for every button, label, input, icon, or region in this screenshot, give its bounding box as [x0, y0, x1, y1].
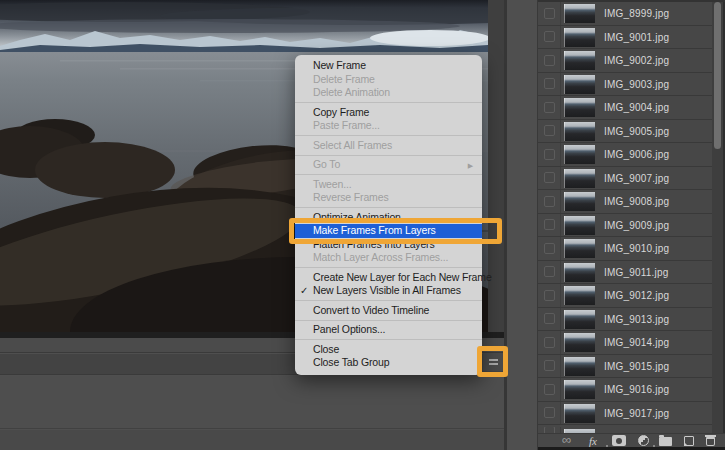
layer-visibility-cell[interactable] — [538, 2, 561, 25]
layer-row[interactable]: IMG_9006.jpg — [538, 143, 725, 167]
layer-row[interactable]: IMG_9007.jpg — [538, 167, 725, 191]
layer-row[interactable]: IMG_9016.jpg — [538, 378, 725, 402]
layer-thumbnail[interactable] — [564, 4, 595, 23]
menu-item-paste-frame[interactable]: Paste Frame... — [295, 119, 482, 133]
visibility-checkbox-icon[interactable] — [544, 31, 555, 42]
menu-item-make-frames-from-layers[interactable]: Make Frames From Layers — [295, 224, 482, 238]
menu-item-flatten-frames-into-layers[interactable]: Flatten Frames Into Layers — [295, 238, 482, 252]
visibility-checkbox-icon[interactable] — [544, 290, 555, 301]
visibility-checkbox-icon[interactable] — [544, 149, 555, 160]
menu-item-reverse-frames[interactable]: Reverse Frames — [295, 191, 482, 205]
menu-item-tween[interactable]: Tween... — [295, 178, 482, 192]
layer-thumbnail[interactable] — [564, 310, 595, 329]
layer-thumbnail[interactable] — [564, 51, 595, 70]
layer-row[interactable]: IMG_9017.jpg — [538, 402, 725, 426]
menu-item-new-frame[interactable]: New Frame — [295, 59, 482, 73]
layer-thumbnail[interactable] — [564, 286, 595, 305]
menu-item-copy-frame[interactable]: Copy Frame — [295, 106, 482, 120]
layer-visibility-cell[interactable] — [538, 214, 561, 237]
layer-thumbnail[interactable] — [564, 192, 595, 211]
layer-visibility-cell[interactable] — [538, 49, 561, 72]
layer-thumbnail[interactable] — [564, 333, 595, 352]
layer-thumbnail[interactable] — [564, 169, 595, 188]
layer-row[interactable]: IMG_9005.jpg — [538, 120, 725, 144]
visibility-checkbox-icon[interactable] — [544, 243, 555, 254]
layer-visibility-cell[interactable] — [538, 284, 561, 307]
layer-visibility-cell[interactable] — [538, 378, 561, 401]
visibility-checkbox-icon[interactable] — [544, 172, 555, 183]
layer-thumbnail[interactable] — [564, 380, 595, 399]
layer-row[interactable]: IMG_9015.jpg — [538, 355, 725, 379]
adjustment-icon[interactable] — [638, 435, 649, 446]
layer-visibility-cell[interactable] — [538, 402, 561, 425]
layer-thumbnail[interactable] — [564, 263, 595, 282]
menu-item-panel-options[interactable]: Panel Options... — [295, 323, 482, 337]
layer-visibility-cell[interactable] — [538, 237, 561, 260]
visibility-checkbox-icon[interactable] — [544, 55, 555, 66]
visibility-checkbox-icon[interactable] — [544, 266, 555, 277]
layer-row[interactable]: IMG_9011.jpg — [538, 261, 725, 285]
layer-thumbnail[interactable] — [564, 98, 595, 117]
menu-item-create-new-layer-for-each-new-frame[interactable]: Create New Layer for Each New Frame — [295, 271, 482, 285]
layer-row[interactable]: IMG_9009.jpg — [538, 214, 725, 238]
layer-thumbnail[interactable] — [564, 145, 595, 164]
layer-thumbnail[interactable] — [564, 239, 595, 258]
visibility-checkbox-icon[interactable] — [544, 360, 555, 371]
menu-item-new-layers-visible-in-all-frames[interactable]: ✓ New Layers Visible in All Frames — [295, 284, 482, 298]
layer-visibility-cell[interactable] — [538, 26, 561, 49]
layer-visibility-cell[interactable] — [538, 308, 561, 331]
menu-item-convert-to-video-timeline[interactable]: Convert to Video Timeline — [295, 304, 482, 318]
layer-visibility-cell[interactable] — [538, 190, 561, 213]
layer-visibility-cell[interactable] — [538, 261, 561, 284]
visibility-checkbox-icon[interactable] — [544, 102, 555, 113]
layer-row[interactable]: IMG_9013.jpg — [538, 308, 725, 332]
layer-row[interactable]: IMG_9003.jpg — [538, 73, 725, 97]
menu-item-close[interactable]: Close — [295, 343, 482, 357]
layer-thumbnail[interactable] — [564, 28, 595, 47]
menu-item-delete-animation[interactable]: Delete Animation — [295, 86, 482, 100]
visibility-checkbox-icon[interactable] — [544, 8, 555, 19]
link-icon[interactable] — [562, 435, 577, 447]
group-icon[interactable] — [659, 437, 672, 446]
layer-thumbnail[interactable] — [564, 122, 595, 141]
visibility-checkbox-icon[interactable] — [544, 196, 555, 207]
layer-row[interactable]: IMG_9004.jpg — [538, 96, 725, 120]
layer-mask-icon[interactable] — [612, 435, 626, 446]
menu-item-close-tab-group[interactable]: Close Tab Group — [295, 356, 482, 370]
layer-thumbnail[interactable] — [564, 75, 595, 94]
layer-row[interactable]: IMG_9012.jpg — [538, 284, 725, 308]
menu-item-go-to[interactable]: Go To ▶ — [295, 158, 482, 172]
layer-visibility-cell[interactable] — [538, 331, 561, 354]
layer-thumbnail[interactable] — [564, 357, 595, 376]
visibility-checkbox-icon[interactable] — [544, 313, 555, 324]
layer-row[interactable]: IMG_9008.jpg — [538, 190, 725, 214]
menu-item-select-all-frames[interactable]: Select All Frames — [295, 139, 482, 153]
layer-visibility-cell[interactable] — [538, 120, 561, 143]
layer-visibility-cell[interactable] — [538, 355, 561, 378]
layer-row[interactable]: IMG_9014.jpg — [538, 331, 725, 355]
menu-item-optimize-animation[interactable]: Optimize Animation... — [295, 211, 482, 225]
layer-row[interactable]: IMG_9001.jpg — [538, 26, 725, 50]
visibility-checkbox-icon[interactable] — [544, 219, 555, 230]
panel-menu-button[interactable] — [483, 353, 503, 371]
visibility-checkbox-icon[interactable] — [544, 78, 555, 89]
menu-item-match-layer-across-frames[interactable]: Match Layer Across Frames... — [295, 251, 482, 265]
visibility-checkbox-icon[interactable] — [544, 337, 555, 348]
layer-visibility-cell[interactable] — [538, 167, 561, 190]
new-layer-icon[interactable] — [684, 436, 694, 446]
layer-thumbnail[interactable] — [564, 404, 595, 423]
layer-row[interactable]: IMG_8999.jpg — [538, 2, 725, 26]
fx-icon[interactable] — [589, 435, 602, 447]
layers-scrollbar-thumb[interactable] — [714, 2, 721, 149]
layer-row[interactable]: IMG_9010.jpg — [538, 237, 725, 261]
layers-scrollbar-track[interactable] — [712, 2, 723, 433]
layer-thumbnail[interactable] — [564, 216, 595, 235]
layer-visibility-cell[interactable] — [538, 143, 561, 166]
visibility-checkbox-icon[interactable] — [544, 384, 555, 395]
layer-row[interactable]: IMG_9002.jpg — [538, 49, 725, 73]
menu-item-delete-frame[interactable]: Delete Frame — [295, 73, 482, 87]
layer-visibility-cell[interactable] — [538, 73, 561, 96]
visibility-checkbox-icon[interactable] — [544, 125, 555, 136]
layer-visibility-cell[interactable] — [538, 96, 561, 119]
visibility-checkbox-icon[interactable] — [544, 407, 555, 418]
